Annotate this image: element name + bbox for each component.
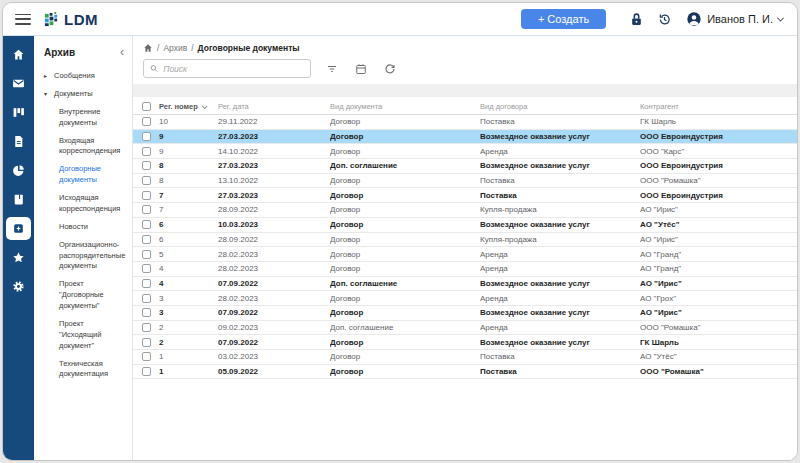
tree-item[interactable]: Техническая документация (44, 359, 126, 381)
select-all-checkbox[interactable] (142, 102, 151, 111)
search-box[interactable] (143, 59, 311, 78)
table-row[interactable]: 4 07.09.2022 Доп. соглашение Возмездное … (133, 277, 797, 292)
nav-home[interactable] (3, 40, 34, 69)
cell-reg-number: 9 (159, 147, 218, 156)
table-row[interactable]: 1 03.02.2023 Договор Поставка АО "Утёс" (133, 350, 797, 365)
table-row[interactable]: 6 28.09.2022 Договор Купля-продажа АО "И… (133, 233, 797, 248)
tree-expand-icon[interactable]: ▾ (44, 89, 51, 100)
search-icon (150, 64, 158, 73)
lock-button[interactable] (630, 12, 643, 27)
column-reg-number[interactable]: Рег. номер (159, 102, 218, 111)
cell-contract-type: Возмездное оказание услуг (480, 338, 640, 347)
row-checkbox[interactable] (142, 352, 151, 361)
breadcrumb-home-icon[interactable] (143, 43, 153, 53)
kanban-icon (12, 106, 25, 119)
column-reg-date[interactable]: Рег. дата (218, 102, 330, 111)
tree-expand-icon[interactable]: ▸ (44, 71, 51, 82)
breadcrumb-parent[interactable]: Архив (163, 43, 187, 53)
row-checkbox[interactable] (142, 205, 151, 214)
menu-icon[interactable] (15, 14, 31, 25)
cell-contractor: ООО "Ромашка" (640, 176, 797, 185)
table-row[interactable]: 8 13.10.2022 Договор Поставка ООО "Ромаш… (133, 174, 797, 189)
tree-item[interactable]: Проект "Договорные документы" (44, 279, 126, 312)
table-row[interactable]: 7 27.03.2023 Договор Поставка ООО Евроин… (133, 188, 797, 203)
nav-mail[interactable] (3, 69, 34, 98)
cell-contractor: АО "Ирис" (640, 205, 797, 214)
cell-contract-type: Поставка (480, 191, 640, 200)
table-row[interactable]: 1 05.09.2022 Договор Поставка ООО "Ромаш… (133, 365, 797, 380)
cell-doc-type: Договор (330, 250, 480, 259)
row-checkbox[interactable] (142, 117, 151, 126)
search-input[interactable] (163, 64, 304, 74)
cell-reg-date: 09.02.2023 (218, 323, 330, 332)
table-row[interactable]: 7 28.09.2022 Договор Купля-продажа АО "И… (133, 203, 797, 218)
row-checkbox[interactable] (142, 176, 151, 185)
row-checkbox[interactable] (142, 147, 151, 156)
table-row[interactable]: 2 07.09.2022 Договор Возмездное оказание… (133, 335, 797, 350)
tree-item[interactable]: Внутренние документы (44, 107, 126, 129)
nav-board[interactable] (3, 98, 34, 127)
row-checkbox[interactable] (142, 250, 151, 259)
table-row[interactable]: 6 10.03.2023 Договор Возмездное оказание… (133, 218, 797, 233)
table-row[interactable]: 3 28.02.2023 Договор Аренда АО "Грох" (133, 291, 797, 306)
create-button[interactable]: + Создать (521, 9, 606, 29)
row-checkbox[interactable] (142, 338, 151, 347)
cell-contract-type: Поставка (480, 367, 640, 376)
cell-contractor: АО "Грох" (640, 294, 797, 303)
tree-item[interactable]: ▸ Сообщения (44, 71, 126, 82)
table-row[interactable]: 9 27.03.2023 Договор Возмездное оказание… (133, 130, 797, 145)
cell-reg-date: 28.02.2023 (218, 250, 330, 259)
folder-tree: ▸ Сообщения ▾ Документы Внутренние докум… (44, 71, 126, 380)
filter-button[interactable] (326, 63, 338, 75)
tree-item[interactable]: Проект "Исходящий документ" (44, 319, 126, 352)
row-checkbox[interactable] (142, 191, 151, 200)
column-doc-type[interactable]: Вид документа (330, 102, 480, 111)
row-checkbox[interactable] (142, 220, 151, 229)
breadcrumb-separator: / (191, 43, 193, 53)
refresh-button[interactable] (384, 63, 396, 75)
calendar-button[interactable] (355, 63, 367, 75)
nav-favorites[interactable] (3, 243, 34, 272)
cell-reg-number: 4 (159, 264, 218, 273)
nav-reports[interactable] (3, 156, 34, 185)
row-checkbox[interactable] (142, 161, 151, 170)
row-checkbox[interactable] (142, 279, 151, 288)
row-checkbox[interactable] (142, 294, 151, 303)
tree-item[interactable]: Договорные документы (44, 164, 126, 186)
tree-item[interactable]: Входящая корреспонденция (44, 136, 126, 158)
table-row[interactable]: 4 28.02.2023 Договор Аренда АО "Гранд" (133, 262, 797, 277)
table-row[interactable]: 10 29.11.2022 Договор Поставка ГК Шарль (133, 115, 797, 130)
cell-reg-date: 27.03.2023 (218, 132, 330, 141)
tree-item[interactable]: Организационно-распорядительные документ… (44, 240, 126, 273)
row-checkbox[interactable] (142, 308, 151, 317)
row-checkbox[interactable] (142, 264, 151, 273)
history-button[interactable] (657, 12, 672, 27)
table-header: Рег. номер Рег. дата Вид документа Вид д… (133, 99, 797, 115)
row-checkbox[interactable] (142, 235, 151, 244)
table-row[interactable]: 8 27.03.2023 Доп. соглашение Возмездное … (133, 159, 797, 174)
table-row[interactable]: 5 28.02.2023 Договор Аренда АО "Гранд" (133, 247, 797, 262)
cell-contractor: ООО Евроиндустрия (640, 161, 797, 170)
table-row[interactable]: 9 14.10.2022 Договор Аренда ООО "Карс" (133, 144, 797, 159)
row-checkbox[interactable] (142, 132, 151, 141)
column-contract-type[interactable]: Вид договора (480, 102, 640, 111)
tree-item[interactable]: Исходящая корреспонденция (44, 193, 126, 215)
tree-item[interactable]: Новости (44, 222, 126, 233)
column-contractor[interactable]: Контрагент (640, 102, 797, 111)
row-checkbox[interactable] (142, 323, 151, 332)
tree-item[interactable]: ▾ Документы (44, 89, 126, 100)
cell-reg-number: 2 (159, 323, 218, 332)
row-checkbox[interactable] (142, 367, 151, 376)
cell-doc-type: Договор (330, 338, 480, 347)
collapse-sidebar-icon[interactable]: ‹ (120, 46, 126, 58)
table-row[interactable]: 3 07.09.2022 Договор Возмездное оказание… (133, 306, 797, 321)
tree-item-label: Проект "Исходящий документ" (59, 319, 126, 352)
nav-documents[interactable] (3, 127, 34, 156)
cell-reg-number: 2 (159, 338, 218, 347)
table-row[interactable]: 2 09.02.2023 Доп. соглашение Аренда ООО … (133, 321, 797, 336)
nav-journal[interactable] (3, 185, 34, 214)
nav-settings[interactable] (3, 272, 34, 301)
cell-doc-type: Договор (330, 117, 480, 126)
user-menu[interactable]: Иванов П. И. (686, 11, 783, 27)
nav-archive[interactable] (3, 214, 34, 243)
